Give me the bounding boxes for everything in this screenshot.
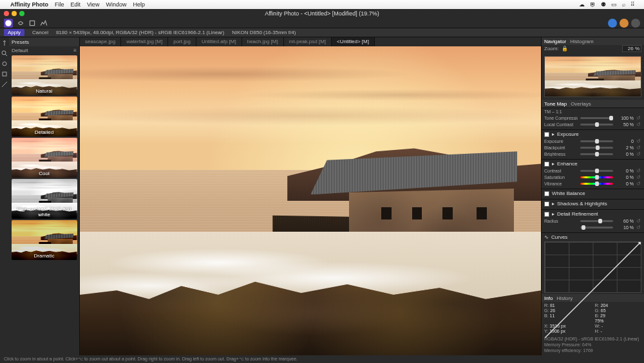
app-menu[interactable]: Affinity Photo <box>10 1 48 8</box>
menu-file[interactable]: File <box>55 1 64 8</box>
sh-checkbox[interactable] <box>544 201 549 207</box>
canvas[interactable] <box>80 46 541 355</box>
slider-detail-amount[interactable]: 10 % ↺ <box>544 225 641 230</box>
overlay-erase-tool-icon[interactable] <box>1 71 8 77</box>
exposure-toggle-icon[interactable]: ▸ <box>552 131 554 137</box>
enhance-toggle-icon[interactable]: ▸ <box>552 161 554 167</box>
tonemap-icon <box>5 19 12 27</box>
reset-icon[interactable]: ↺ <box>636 151 641 157</box>
curves-section: ∿ Curves <box>542 232 644 294</box>
status-hint: Click to zoom in about a point. Click+⌥ … <box>4 357 298 362</box>
toolbar-hand-icon[interactable] <box>17 19 24 27</box>
workspace-blue[interactable] <box>608 19 617 28</box>
slider-contrast[interactable]: Contrast 0 % ↺ <box>544 168 641 174</box>
preset-cool[interactable]: Cool <box>12 138 77 178</box>
cancel-button[interactable]: Cancel <box>32 30 48 35</box>
menu-edit[interactable]: Edit <box>71 1 81 8</box>
doc-tab[interactable]: Untitled.afp [M] <box>196 37 242 46</box>
persona-tonemap[interactable] <box>4 19 13 28</box>
apply-button[interactable]: Apply <box>4 29 24 36</box>
shadows-section[interactable]: ▸ Shadows & Highlights <box>542 199 644 209</box>
wb-checkbox[interactable] <box>544 191 549 196</box>
doc-tab[interactable]: seascape.jpg <box>80 37 121 46</box>
menu-window[interactable]: Window <box>106 1 126 8</box>
exposure-checkbox[interactable] <box>544 132 549 137</box>
presets-header: Presets <box>9 37 79 46</box>
tab-overlays[interactable]: Overlays <box>571 101 591 107</box>
tab-tonemap[interactable]: Tone Map <box>544 101 567 107</box>
reset-icon[interactable]: ↺ <box>636 174 641 180</box>
toolbar-levels-icon[interactable] <box>40 19 48 27</box>
preset-label: Dramatic <box>12 253 77 259</box>
reset-icon[interactable]: ↺ <box>636 145 641 151</box>
persona-toolbar <box>0 18 644 28</box>
navigator-preview[interactable] <box>544 56 641 97</box>
svg-point-0 <box>5 20 12 26</box>
zoom-tool-icon[interactable] <box>1 50 8 57</box>
preset-natural[interactable]: Natural <box>12 55 77 95</box>
svg-rect-4 <box>3 72 6 76</box>
status-shield-icon[interactable]: ⛨ <box>590 1 596 8</box>
zoom-input[interactable] <box>622 45 641 52</box>
detail-toggle-icon[interactable]: ▸ <box>552 211 554 217</box>
curves-graph[interactable] <box>544 241 641 293</box>
slider-blackpoint[interactable]: Blackpoint 2 % ↺ <box>544 145 641 151</box>
reset-icon[interactable]: ↺ <box>636 218 641 224</box>
enhance-checkbox[interactable] <box>544 162 549 167</box>
reset-icon[interactable]: ↺ <box>636 138 641 144</box>
presets-group[interactable]: Default <box>12 48 28 53</box>
slider-detail-radius[interactable]: Radius 60 % ↺ <box>544 218 641 224</box>
view-tool-icon[interactable] <box>1 40 8 46</box>
doc-tab[interactable]: port.jpg <box>168 37 196 46</box>
sh-toggle-icon[interactable]: ▸ <box>552 201 554 207</box>
preset-dramatic[interactable]: Dramatic <box>12 220 77 260</box>
doc-tab[interactable]: waterfall.jpg [M] <box>121 37 168 46</box>
context-toolbar: Apply Cancel 8180 × 5439px, 48.00dpi, RG… <box>0 28 644 37</box>
status-battery-icon[interactable]: ▭ <box>611 1 617 8</box>
svg-point-3 <box>3 62 6 66</box>
slider-saturation[interactable]: Saturation 0 % ↺ <box>544 174 641 180</box>
preset-label: Detailed <box>12 129 77 135</box>
zoom-lock-icon[interactable]: 🔒 <box>562 46 568 51</box>
slider-local-contrast[interactable]: Local Contrast 50 % ↺ <box>544 122 641 127</box>
window-title: Affinity Photo - <Untitled> [Modified] (… <box>0 10 644 17</box>
status-search-icon[interactable]: ⌕ <box>622 1 625 8</box>
workspace-orange[interactable] <box>620 19 629 28</box>
document-info: 8180 × 5439px, 48.00dpi, RGBA/32 (HDR) -… <box>56 30 224 35</box>
reset-icon[interactable]: ↺ <box>636 225 641 230</box>
status-control-center-icon[interactable]: ⠿ <box>630 1 635 8</box>
overlay-gradient-tool-icon[interactable] <box>1 81 8 88</box>
overlay-paint-tool-icon[interactable] <box>1 60 8 67</box>
preset-detailed[interactable]: Detailed <box>12 97 77 136</box>
tonemap-preset[interactable]: TM – 1:1 <box>544 109 641 114</box>
preset-bw[interactable]: High-contrast black and white <box>12 179 77 219</box>
status-cloud-icon[interactable]: ☁︎ <box>579 1 585 8</box>
toolbar-crop-icon[interactable] <box>28 19 36 27</box>
slider-vibrance[interactable]: Vibrance 0 % ↺ <box>544 181 641 187</box>
menu-help[interactable]: Help <box>133 1 145 8</box>
reset-icon[interactable]: ↺ <box>636 115 641 121</box>
preset-label: Natural <box>12 88 77 94</box>
menu-view[interactable]: View <box>87 1 99 8</box>
preset-label: High-contrast black and white <box>12 206 77 218</box>
slider-tone-compression[interactable]: Tone Compression 100 % ↺ <box>544 115 641 121</box>
doc-tab[interactable]: beach.jpg [M] <box>242 37 284 46</box>
status-wifi-icon[interactable]: ⚉ <box>601 1 606 8</box>
status-bar: Click to zoom in about a point. Click+⌥ … <box>0 355 644 363</box>
reset-icon[interactable]: ↺ <box>636 122 641 127</box>
white-balance-section[interactable]: White Balance <box>542 189 644 199</box>
workspace-grey[interactable] <box>631 19 640 28</box>
exposure-section: ▸ Exposure Exposure 0 ↺ Blackpoint 2 % ↺… <box>542 129 644 159</box>
tab-navigator[interactable]: Navigator <box>544 39 566 44</box>
reset-icon[interactable]: ↺ <box>636 181 641 187</box>
presets-menu-icon[interactable]: ≡ <box>73 48 77 53</box>
doc-tab[interactable]: mt-peak.psd [M] <box>284 37 332 46</box>
slider-exposure[interactable]: Exposure 0 ↺ <box>544 138 641 144</box>
tab-histogram[interactable]: Histogram <box>570 39 593 44</box>
zoom-label: Zoom: <box>544 46 559 51</box>
curves-icon: ∿ <box>544 234 549 240</box>
slider-brightness[interactable]: Brightness 0 % ↺ <box>544 151 641 157</box>
reset-icon[interactable]: ↺ <box>636 168 641 174</box>
doc-tab-active[interactable]: <Untitled> [M] <box>332 37 375 46</box>
detail-checkbox[interactable] <box>544 212 549 217</box>
